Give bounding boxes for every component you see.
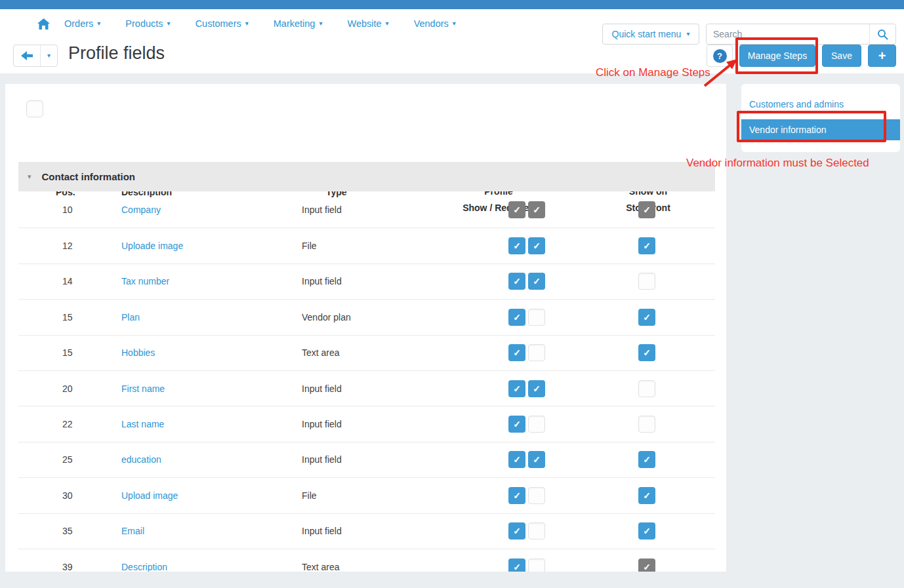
table-row: 22Last nameInput field✓ [18, 406, 715, 441]
storefront-cell: ✓ [638, 559, 655, 572]
row-position: 12 [62, 241, 73, 251]
row-description-link[interactable]: Tax number [121, 276, 169, 286]
help-button[interactable]: ? [707, 45, 733, 67]
show-on-storefront-checkbox[interactable] [638, 380, 655, 397]
sidebar-item-customers-and-admins[interactable]: Customers and admins [741, 94, 900, 114]
profile-show-checkbox[interactable]: ✓ [508, 344, 525, 361]
row-description-link[interactable]: Plan [121, 312, 140, 323]
profile-show-required-group: ✓✓ [508, 273, 545, 290]
storefront-cell: ✓ [638, 522, 655, 539]
profile-show-checkbox[interactable]: ✓ [508, 273, 525, 290]
profile-required-checkbox[interactable] [528, 487, 545, 504]
table-rows: 10CompanyInput field✓✓✓12Uploade imageFi… [18, 192, 715, 572]
nav-item-label: Vendors [414, 18, 449, 29]
row-description-link[interactable]: Uploade image [121, 241, 183, 251]
nav-item-products[interactable]: Products▾ [125, 18, 170, 29]
row-description-link[interactable]: education [121, 454, 161, 465]
profile-fields-table-panel: Pos. Description Type Profile Show / Req… [5, 84, 726, 572]
profile-required-checkbox[interactable]: ✓ [528, 451, 545, 468]
profile-type-sidebar: Customers and adminsVendor information [741, 84, 900, 152]
show-on-storefront-checkbox[interactable]: ✓ [638, 309, 655, 326]
select-all-checkbox[interactable] [26, 100, 43, 117]
show-on-storefront-checkbox[interactable]: ✓ [638, 487, 655, 504]
row-description-link[interactable]: Email [121, 526, 144, 536]
row-description-link[interactable]: Company [121, 205, 161, 215]
top-blue-strip [0, 0, 904, 9]
table-row: 39DescriptionText area✓✓ [18, 549, 715, 572]
profile-show-checkbox[interactable]: ✓ [508, 451, 525, 468]
profile-show-required-group: ✓✓ [508, 201, 545, 218]
profile-show-checkbox[interactable]: ✓ [508, 522, 525, 539]
profile-required-checkbox[interactable] [528, 416, 545, 433]
nav-item-label: Products [125, 18, 163, 29]
row-type: Input field [302, 383, 342, 394]
sidebar-item-vendor-information[interactable]: Vendor information [741, 119, 900, 140]
row-description-link[interactable]: First name [121, 383, 165, 394]
row-description-link[interactable]: Upload image [121, 490, 178, 501]
row-description-link[interactable]: Hobbies [121, 347, 155, 358]
row-position: 22 [62, 419, 73, 429]
profile-show-checkbox[interactable]: ✓ [508, 309, 525, 326]
back-dropdown-button[interactable]: ▾ [40, 45, 57, 66]
back-button[interactable] [14, 45, 40, 66]
profile-required-checkbox[interactable] [528, 559, 545, 572]
profile-show-checkbox[interactable]: ✓ [508, 237, 525, 254]
show-on-storefront-checkbox[interactable]: ✓ [638, 237, 655, 254]
add-button[interactable]: + [868, 45, 896, 67]
show-on-storefront-checkbox[interactable] [638, 416, 655, 433]
profile-required-checkbox[interactable]: ✓ [528, 237, 545, 254]
nav-item-marketing[interactable]: Marketing▾ [274, 18, 323, 29]
nav-item-customers[interactable]: Customers▾ [195, 18, 249, 29]
profile-show-required-group: ✓ [508, 487, 545, 504]
show-on-storefront-checkbox[interactable] [638, 273, 655, 290]
nav-item-label: Orders [64, 18, 93, 29]
storefront-cell [638, 273, 655, 290]
nav-item-website[interactable]: Website▾ [347, 18, 388, 29]
table-row: 10CompanyInput field✓✓✓ [18, 192, 715, 227]
row-position: 15 [62, 347, 73, 358]
quick-start-menu-button[interactable]: Quick start menu ▾ [602, 24, 699, 45]
profile-required-checkbox[interactable]: ✓ [528, 201, 545, 218]
profile-required-checkbox[interactable]: ✓ [528, 380, 545, 397]
row-description-link[interactable]: Description [121, 562, 167, 572]
profile-show-checkbox[interactable]: ✓ [508, 559, 525, 572]
annotation-text-click-manage: Click on Manage Steps [596, 66, 710, 79]
profile-required-checkbox[interactable] [528, 344, 545, 361]
chevron-down-icon: ▾ [47, 52, 51, 59]
profile-show-checkbox[interactable]: ✓ [508, 201, 525, 218]
profile-required-checkbox[interactable] [528, 522, 545, 539]
chevron-down-icon: ▾ [319, 20, 322, 27]
row-type: Input field [302, 526, 342, 536]
profile-required-checkbox[interactable]: ✓ [528, 273, 545, 290]
nav-item-orders[interactable]: Orders▾ [64, 18, 100, 29]
profile-required-checkbox[interactable] [528, 309, 545, 326]
show-on-storefront-checkbox[interactable]: ✓ [638, 559, 655, 572]
storefront-cell [638, 380, 655, 397]
show-on-storefront-checkbox[interactable]: ✓ [638, 451, 655, 468]
profile-show-required-group: ✓ [508, 559, 545, 572]
save-button[interactable]: Save [822, 45, 861, 67]
storefront-cell: ✓ [638, 344, 655, 361]
table-row: 20First nameInput field✓✓ [18, 370, 715, 406]
chevron-down-icon: ▾ [686, 31, 689, 37]
show-on-storefront-checkbox[interactable]: ✓ [638, 201, 655, 218]
row-description-link[interactable]: Last name [121, 419, 164, 429]
profile-show-checkbox[interactable]: ✓ [508, 380, 525, 397]
search-button[interactable] [869, 24, 895, 44]
table-row: 30Upload imageFile✓✓ [18, 477, 715, 513]
profile-show-checkbox[interactable]: ✓ [508, 487, 525, 504]
search-input[interactable] [707, 24, 869, 44]
row-type: Input field [302, 419, 342, 429]
manage-steps-button[interactable]: Manage Steps [739, 45, 815, 67]
table-row: 15PlanVendor plan✓✓ [18, 299, 715, 334]
profile-show-checkbox[interactable]: ✓ [508, 416, 525, 433]
show-on-storefront-checkbox[interactable]: ✓ [638, 344, 655, 361]
row-position: 30 [62, 490, 73, 501]
collapse-caret-icon[interactable]: ▾ [28, 172, 31, 181]
show-on-storefront-checkbox[interactable]: ✓ [638, 522, 655, 539]
home-icon[interactable] [37, 18, 50, 29]
nav-item-vendors[interactable]: Vendors▾ [414, 18, 456, 29]
profile-show-required-group: ✓ [508, 344, 545, 361]
section-label: Contact information [42, 171, 136, 182]
row-position: 15 [62, 312, 73, 323]
